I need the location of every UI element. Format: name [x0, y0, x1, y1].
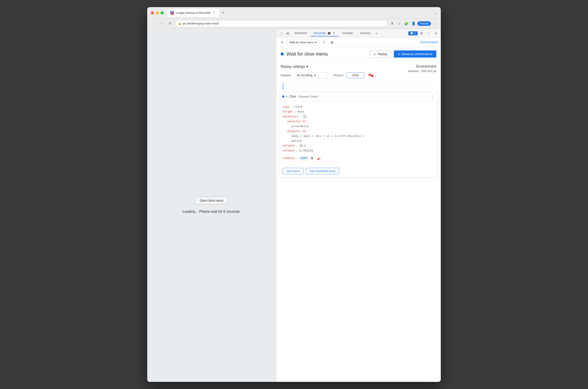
more-tabs-button[interactable]: » [375, 31, 379, 36]
add-recording-button[interactable]: + [279, 39, 285, 45]
code-line-offsetY: offsetY : 9.703125 [283, 149, 434, 153]
extensions-icon[interactable]: 🧩 [403, 20, 410, 27]
code-line-type: type : click [283, 104, 434, 109]
address-bar[interactable]: 🔒 jec.fyi/demo/pup-slow-result [175, 20, 387, 27]
title-bar: R Longer timeout in Recorder ✕ + ⌄ [147, 7, 441, 19]
tab-recorder[interactable]: Recorder 🎥 ✕ [311, 30, 338, 36]
network-select[interactable]: No throttling ▾ [294, 72, 328, 78]
offsetX-key: offsetX [283, 144, 295, 149]
upload-icon[interactable]: ⇧ [321, 39, 327, 45]
event-dot [282, 95, 284, 97]
network-label: Network [281, 74, 291, 77]
profile-badge[interactable]: Paused [417, 21, 431, 26]
replay-button[interactable]: ▷ Replay [370, 50, 391, 58]
tab-elements[interactable]: Elements [292, 30, 310, 36]
chat-icon: 💬 [410, 32, 414, 35]
measure-label: Measure performance [402, 52, 432, 56]
measure-performance-button[interactable]: ⊙ Measure performance [394, 50, 436, 58]
network-select-chevron-icon: ▾ [314, 74, 316, 77]
recording-selector[interactable]: Wait for slow menu ▾ [287, 39, 319, 45]
reload-button[interactable]: ↻ [167, 20, 173, 27]
window-controls-chevron[interactable]: ⌄ [435, 11, 437, 15]
back-button[interactable]: ← [150, 20, 157, 27]
code-line-target: target : main [283, 109, 434, 114]
selectors-key: selectors [283, 114, 298, 119]
add-frame-button[interactable]: Add frame [283, 168, 304, 174]
tab-favicon: R [170, 11, 174, 15]
code-line-selector2: selector #2 : [283, 129, 434, 134]
timeout-input[interactable] [346, 72, 364, 78]
replay-settings-header[interactable]: Replay settings ▾ [281, 65, 399, 69]
devtools-header: ⬚ ⊞ Elements Recorder 🎥 ✕ Console Source… [276, 29, 441, 38]
offsetY-key: offsetY [283, 149, 295, 153]
devtools-close-icon[interactable]: ✕ [433, 30, 439, 36]
timeout-key: timeout [283, 156, 295, 161]
chat-count: 1 [414, 32, 416, 35]
settings-icon[interactable]: ⚙ [418, 30, 425, 36]
tab-console[interactable]: Console [339, 30, 356, 36]
event-type: Click [289, 95, 296, 98]
devtools-more-icon[interactable]: ⋮ [426, 30, 432, 36]
device-icon[interactable]: ⊞ [285, 30, 291, 36]
code-line-selector2-value: body > main > div > ul > li:nth-child(1)… [283, 134, 434, 139]
devtools-icons-left: ⬚ ⊞ [278, 30, 291, 36]
nav-icons-right: ⬆ ☆ 🧩 👤 Paused ⋮ [389, 20, 438, 27]
close-button[interactable] [151, 11, 154, 14]
new-tab-button[interactable]: + [220, 10, 226, 16]
selector2-key: selector #2 [287, 129, 306, 134]
browser-viewport: Open slow menu Loading... Please wait fo… [147, 29, 276, 382]
browser-tab[interactable]: R Longer timeout in Recorder ✕ [167, 9, 219, 17]
nav-bar: ← → ↻ 🔒 jec.fyi/demo/pup-slow-result ⬆ ☆… [147, 19, 441, 29]
timeout-value: 6000 [299, 156, 308, 161]
red-arrow-annotation: ⬅ [367, 70, 375, 80]
recording-content: Wait for slow menu ▷ Replay ⊙ Measure pe… [276, 47, 441, 382]
minimize-button[interactable] [156, 11, 159, 14]
measure-icon: ⊙ [398, 52, 401, 56]
event-header[interactable]: ▾ Click Element "Hello" ⋮ [279, 92, 438, 101]
share-icon[interactable]: ⬆ [389, 20, 395, 27]
code-line-offsetX: offsetX : 30.5 [283, 144, 434, 149]
recorder-tab-close[interactable]: ✕ [333, 32, 335, 35]
open-slow-menu-button[interactable]: Open slow menu [195, 197, 228, 204]
profile-icon[interactable]: 👤 [410, 20, 416, 27]
type-value: click [294, 105, 303, 109]
paused-label: Paused [420, 22, 429, 25]
replay-settings-section: Replay settings ▾ Network No throttling … [276, 61, 441, 83]
recording-header: Wait for slow menu ▷ Replay ⊙ Measure pe… [276, 47, 441, 61]
delete-timeout-icon[interactable]: 🗑 [311, 156, 313, 161]
tab-title: Longer timeout in Recorder [176, 11, 211, 14]
tab-bar: R Longer timeout in Recorder ✕ + [167, 9, 435, 17]
devtools-panel: ⬚ ⊞ Elements Recorder 🎥 ✕ Console Source… [276, 29, 441, 382]
settings-row: Network No throttling ▾ Timeout ⬅ [281, 71, 399, 79]
recorder-tab-label: Recorder [314, 31, 326, 35]
forward-button[interactable]: → [158, 20, 165, 27]
tab-sources[interactable]: Sources [357, 30, 374, 36]
code-line-selector1-value: aria/Hello [283, 124, 434, 129]
send-feedback-link[interactable]: Send feedback [420, 41, 438, 44]
tab-close-button[interactable]: ✕ [213, 11, 216, 15]
selector-chevron-icon: ▾ [315, 41, 317, 44]
maximize-button[interactable] [161, 11, 164, 14]
traffic-lights [151, 11, 164, 14]
target-key: target [283, 110, 293, 114]
loading-text: Loading... Please wait for 6 seconds. [183, 210, 241, 214]
code-line-selector2-value2: button [283, 139, 434, 144]
chat-badge[interactable]: 💬 1 [408, 31, 418, 35]
offsetX-value: 30.5 [299, 144, 306, 149]
expand-icon: ▾ [286, 95, 288, 98]
inspect-icon[interactable]: ⬚ [278, 30, 284, 36]
play-icon: ▷ [374, 52, 376, 56]
code-editor: type : click target : main selectors [279, 101, 438, 177]
add-asserted-events-button[interactable]: Add assertedEvents [306, 168, 339, 174]
event-more-icon[interactable]: ⋮ [431, 94, 435, 99]
recording-status-dot [281, 52, 284, 56]
recorder-tab-icon: 🎥 [328, 32, 331, 34]
url-text: jec.fyi/demo/pup-slow-result [183, 22, 219, 25]
click-event-card: ▾ Click Element "Hello" ⋮ type : click [279, 92, 438, 178]
bookmark-icon[interactable]: ☆ [396, 20, 402, 27]
timeout-label: Timeout [333, 74, 343, 77]
title-bar-right: ⌄ [435, 11, 437, 15]
more-options-icon[interactable]: ⋮ [432, 20, 438, 27]
steps-area: ▾ Click Element "Hello" ⋮ type : click [276, 83, 441, 382]
delete-recording-icon[interactable]: 🗑 [329, 39, 335, 45]
